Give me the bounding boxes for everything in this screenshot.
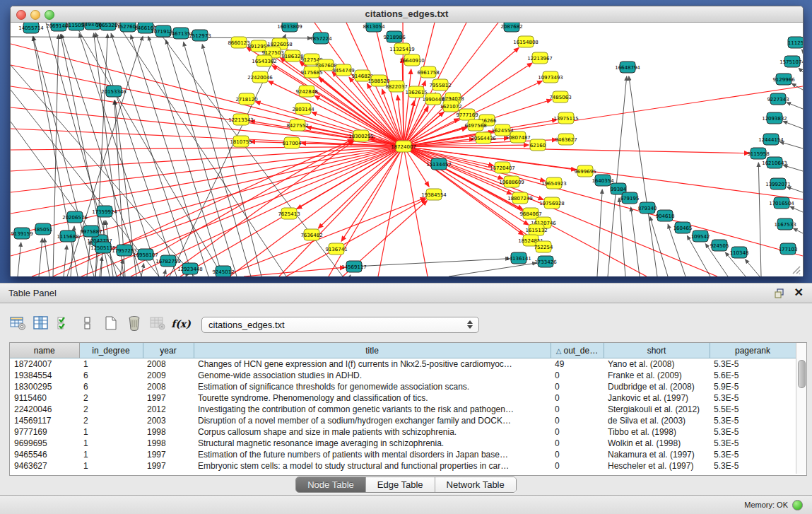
graph-node[interactable]: 19384554 — [421, 189, 447, 200]
graph-node[interactable]: 6961758 — [417, 66, 439, 78]
graph-node[interactable]: 9139159 — [11, 228, 33, 239]
graph-node[interactable]: 7512973 — [189, 30, 211, 41]
graph-node[interactable]: 679195 — [620, 192, 640, 204]
graph-edge[interactable] — [170, 35, 286, 276]
graph-edge[interactable] — [64, 245, 67, 276]
graph-node[interactable]: 2803144 — [292, 103, 314, 115]
graph-node[interactable]: 7955812 — [429, 79, 451, 90]
graph-edge[interactable] — [597, 189, 602, 276]
graph-node[interactable]: 19654923 — [541, 177, 567, 189]
graph-edge[interactable] — [166, 141, 353, 276]
column-header-indegree[interactable]: in_degree — [79, 343, 143, 358]
graph-node[interactable]: 14569117 — [341, 261, 367, 272]
graph-node[interactable]: 12213967 — [527, 52, 553, 64]
graph-node[interactable]: 109542 — [691, 230, 710, 242]
graph-node[interactable]: 62160 — [530, 139, 546, 151]
graph-node[interactable]: 9218986 — [383, 31, 406, 42]
graph-edge[interactable] — [87, 240, 90, 276]
graph-node[interactable]: 924505 — [710, 240, 729, 251]
graph-edge[interactable] — [404, 146, 749, 153]
graph-node[interactable]: 1810755 — [230, 136, 252, 147]
graph-edge[interactable] — [350, 275, 351, 276]
table-row[interactable]: 1872400712008Changes of HCN gene express… — [10, 358, 796, 370]
table-row[interactable]: 2242004622012Investigating the contribut… — [10, 404, 796, 415]
graph-node[interactable]: 7485063 — [549, 91, 571, 103]
table-panel-titlebar[interactable]: Table Panel ✕ — [0, 283, 812, 303]
graph-edge[interactable] — [329, 146, 404, 276]
graph-edge[interactable] — [619, 198, 625, 276]
graph-node[interactable]: 16154808 — [513, 36, 539, 47]
graph-edge[interactable] — [787, 103, 803, 109]
graph-node[interactable]: 904618 — [656, 210, 675, 221]
graph-edge[interactable] — [148, 36, 223, 276]
graph-edge[interactable] — [758, 163, 761, 276]
graph-edge[interactable] — [11, 146, 404, 192]
show-column-button[interactable] — [30, 314, 52, 334]
graph-node[interactable]: 12923448 — [177, 263, 203, 274]
table-row[interactable]: 946362711997Embryonic stem cells: a mode… — [10, 460, 796, 472]
graph-node[interactable]: 879340 — [638, 202, 657, 214]
graph-edge[interactable] — [629, 76, 657, 276]
graph-node[interactable]: 16033809 — [277, 23, 302, 32]
delete-table-button[interactable] — [124, 314, 145, 334]
table-row[interactable]: 911546021997Tourette syndrome. Phenomeno… — [10, 392, 796, 404]
graph-node[interactable]: 8660123 — [228, 37, 249, 48]
import-table-button[interactable] — [147, 314, 168, 334]
graph-node[interactable]: 1733426 — [534, 256, 557, 267]
graph-node[interactable]: 1615132 — [525, 224, 547, 235]
graph-edge[interactable] — [53, 35, 59, 276]
network-canvas[interactable]: 8660123891295518226058912750316543362818… — [11, 23, 803, 276]
close-panel-icon[interactable]: ✕ — [794, 286, 804, 299]
table-settings-button[interactable] — [7, 314, 28, 334]
graph-edge[interactable] — [131, 35, 208, 276]
graph-node[interactable]: 9463627 — [555, 134, 577, 145]
graph-node[interactable]: 11125 — [788, 37, 803, 48]
graph-node[interactable]: 12444154 — [758, 134, 784, 145]
graph-node[interactable]: 9129966 — [772, 74, 795, 85]
graph-edge[interactable] — [745, 259, 760, 276]
column-header-outde[interactable]: △out_de… — [551, 343, 604, 358]
graph-node[interactable]: 12213343 — [228, 114, 254, 125]
tab-network-table[interactable]: Network Table — [435, 477, 516, 492]
graph-edge[interactable] — [164, 270, 166, 276]
graph-node[interactable]: 752254 — [534, 241, 553, 252]
graph-node[interactable]: 8813054 — [363, 23, 385, 32]
column-header-title[interactable]: title — [194, 343, 551, 358]
graph-node[interactable]: 6497568 — [464, 119, 486, 131]
graph-node[interactable]: 9136741 — [325, 243, 347, 255]
graph-node[interactable]: 11325419 — [389, 43, 415, 54]
graph-node[interactable]: 1167533 — [774, 218, 796, 230]
new-table-button[interactable] — [100, 314, 122, 334]
graph-node[interactable]: 9699695 — [574, 165, 596, 177]
graph-edge[interactable] — [39, 238, 42, 276]
function-builder-button[interactable]: f(x) — [170, 314, 192, 334]
graph-edge[interactable] — [801, 49, 803, 51]
table-selector-dropdown[interactable]: citations_edges.txt — [201, 317, 479, 333]
graph-node[interactable]: 9175685 — [300, 66, 322, 78]
table-row[interactable]: 1830029562008Estimation of significance … — [10, 381, 796, 392]
table-row[interactable]: 969969511998Structural magnetic resonanc… — [10, 438, 796, 449]
graph-edge[interactable] — [794, 228, 803, 233]
graph-node[interactable]: 13975115 — [553, 112, 579, 124]
graph-node[interactable]: 14136141 — [506, 252, 531, 264]
graph-node[interactable]: 9975887 — [80, 226, 102, 237]
graph-node[interactable]: 177103 — [779, 243, 798, 255]
table-scrollbar[interactable] — [796, 343, 806, 474]
column-header-name[interactable]: name — [10, 343, 79, 358]
graph-edge[interactable] — [18, 243, 21, 276]
graph-edge[interactable] — [779, 142, 803, 148]
graph-node[interactable]: 160465 — [673, 222, 693, 233]
column-header-year[interactable]: year — [143, 343, 194, 358]
graph-node[interactable]: 9777169 — [456, 109, 478, 120]
graph-edge[interactable] — [404, 146, 503, 179]
float-panel-icon[interactable] — [774, 288, 785, 299]
tab-node-table[interactable]: Node Table — [296, 477, 366, 492]
graph-node[interactable]: 10688609 — [499, 176, 524, 187]
row-height-button[interactable] — [77, 314, 98, 334]
graph-edge[interactable] — [799, 68, 803, 72]
graph-node[interactable]: 7625413 — [278, 208, 300, 219]
table-row[interactable]: 977716911998Corpus callosum shape and si… — [10, 426, 796, 438]
graph-node[interactable]: 185051 — [34, 223, 53, 235]
graph-edge[interactable] — [404, 146, 803, 256]
scrollbar-thumb[interactable] — [798, 360, 806, 388]
